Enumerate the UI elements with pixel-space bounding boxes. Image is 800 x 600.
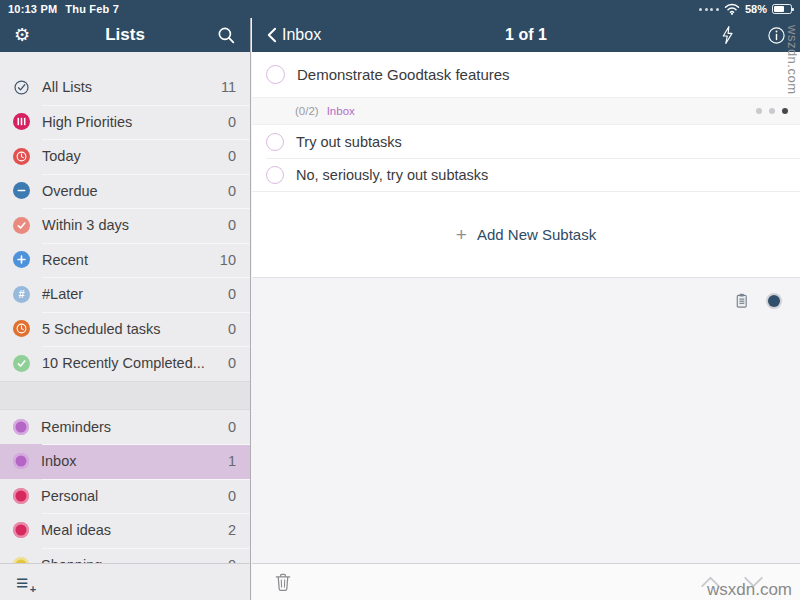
sidebar-item-recent[interactable]: Recent 10 [0, 243, 250, 278]
subtask-checkbox[interactable] [266, 166, 284, 184]
checkmark-icon [13, 217, 30, 234]
lists-sidebar: Lists ⚙ All Lists 11 High Priorities [0, 18, 251, 600]
task-checkbox[interactable] [266, 65, 285, 84]
sidebar-list-container: All Lists 11 High Priorities 0 Today 0 [0, 52, 250, 563]
back-chevron-icon [266, 26, 277, 44]
sidebar-item-inbox-selected[interactable]: Inbox 1 [0, 444, 250, 479]
list-color-dot [13, 488, 29, 504]
sidebar-item-today[interactable]: Today 0 [0, 139, 250, 174]
page-dots[interactable] [756, 108, 788, 114]
detail-content: Demonstrate Goodtask features (0/2) Inbo… [252, 52, 800, 563]
task-detail-panel: Inbox 1 of 1 Demonstrate Goodtask featur… [252, 18, 800, 600]
status-time-date: 10:13 PM Thu Feb 7 [8, 3, 119, 15]
plus-icon [13, 251, 30, 268]
count-badge: 0 [228, 321, 236, 337]
sidebar-item-recently-completed[interactable]: 10 Recently Completed... 0 [0, 346, 250, 381]
wifi-icon [724, 3, 740, 15]
hash-icon: # [13, 286, 30, 303]
page-dot-active [782, 108, 788, 114]
sidebar-header: Lists ⚙ [0, 18, 250, 52]
count-badge: 10 [220, 252, 236, 268]
task-card: Demonstrate Goodtask features (0/2) Inbo… [252, 52, 800, 278]
watermark-bottom-right: wsxdn.com [707, 580, 792, 600]
count-badge: 0 [228, 286, 236, 302]
subtask-title: No, seriously, try out subtasks [296, 167, 488, 183]
sidebar-item-later-tag[interactable]: # #Later 0 [0, 277, 250, 312]
count-badge: 0 [228, 148, 236, 164]
cellular-signal-icon [699, 8, 719, 11]
task-list-name: Inbox [327, 105, 756, 117]
sidebar-section-divider [0, 381, 250, 410]
sidebar-toolbar: ≡+ [0, 563, 250, 600]
pager-title: 1 of 1 [252, 26, 800, 44]
clock-icon [13, 320, 30, 337]
sidebar-item-shopping[interactable]: Shopping 0 [0, 548, 250, 564]
checkmark-icon [13, 355, 30, 372]
sidebar-title: Lists [0, 25, 250, 45]
status-indicators: 58% [699, 3, 792, 15]
sidebar-item-high-priorities[interactable]: High Priorities 0 [0, 105, 250, 140]
sidebar-item-all-lists[interactable]: All Lists 11 [0, 70, 250, 105]
sidebar-item-personal[interactable]: Personal 0 [0, 479, 250, 514]
detail-header: Inbox 1 of 1 [252, 18, 800, 52]
count-badge: 1 [228, 453, 236, 469]
list-color-dot [13, 522, 29, 538]
back-label: Inbox [282, 26, 321, 44]
sidebar-item-overdue[interactable]: Overdue 0 [0, 174, 250, 209]
current-page-dot[interactable] [768, 295, 780, 307]
status-date: Thu Feb 7 [65, 3, 119, 15]
subtask-row[interactable]: Try out subtasks [252, 125, 800, 158]
back-button[interactable]: Inbox [266, 26, 321, 44]
subtask-checkbox[interactable] [266, 133, 284, 151]
header-actions [720, 25, 786, 45]
task-title: Demonstrate Goodtask features [297, 66, 510, 83]
count-badge: 0 [228, 488, 236, 504]
sidebar-item-scheduled-tasks[interactable]: 5 Scheduled tasks 0 [0, 312, 250, 347]
info-icon[interactable] [767, 26, 786, 45]
plus-badge: + [30, 584, 36, 595]
battery-percent: 58% [745, 3, 767, 15]
count-badge: 0 [228, 355, 236, 371]
watermark-top-right: wszdn.com [785, 25, 800, 95]
subtask-title: Try out subtasks [296, 134, 402, 150]
status-time: 10:13 PM [8, 3, 57, 15]
plus-icon: + [456, 225, 467, 244]
count-badge: 2 [228, 522, 236, 538]
status-bar: 10:13 PM Thu Feb 7 58% [0, 0, 800, 18]
subtask-progress: (0/2) [295, 105, 319, 117]
task-row[interactable]: Demonstrate Goodtask features [252, 52, 800, 97]
page-dot [756, 108, 762, 114]
detail-page-controls [252, 278, 800, 310]
list-color-dot [13, 419, 29, 435]
goodtask-app-window: 10:13 PM Thu Feb 7 58% Lists ⚙ [0, 0, 800, 600]
page-dot [769, 108, 775, 114]
quick-actions-bolt-icon[interactable] [720, 25, 735, 45]
task-info-row: (0/2) Inbox [252, 97, 800, 125]
subtask-row[interactable]: No, seriously, try out subtasks [252, 158, 800, 191]
priority-bars-icon [13, 113, 30, 130]
count-badge: 11 [221, 79, 236, 95]
add-new-subtask-button[interactable]: + Add New Subtask [456, 225, 596, 244]
sidebar-item-within-3-days[interactable]: Within 3 days 0 [0, 208, 250, 243]
notes-clipboard-icon[interactable] [733, 292, 750, 310]
checkmark-circle-outline-icon [13, 79, 30, 96]
search-icon[interactable] [217, 26, 236, 45]
trash-icon[interactable] [274, 572, 292, 592]
sidebar-item-meal-ideas[interactable]: Meal ideas 2 [0, 513, 250, 548]
settings-gear-icon[interactable]: ⚙ [14, 26, 30, 44]
list-color-dot [13, 453, 29, 469]
clock-icon [13, 148, 30, 165]
count-badge: 0 [228, 183, 236, 199]
sidebar-item-reminders[interactable]: Reminders 0 [0, 410, 250, 445]
add-subtask-area: + Add New Subtask [252, 191, 800, 277]
edit-lists-button[interactable]: ≡+ [16, 572, 28, 593]
count-badge: 0 [228, 419, 236, 435]
count-badge: 0 [228, 114, 236, 130]
count-badge: 0 [228, 217, 236, 233]
battery-icon [772, 4, 792, 14]
minus-icon [13, 182, 30, 199]
